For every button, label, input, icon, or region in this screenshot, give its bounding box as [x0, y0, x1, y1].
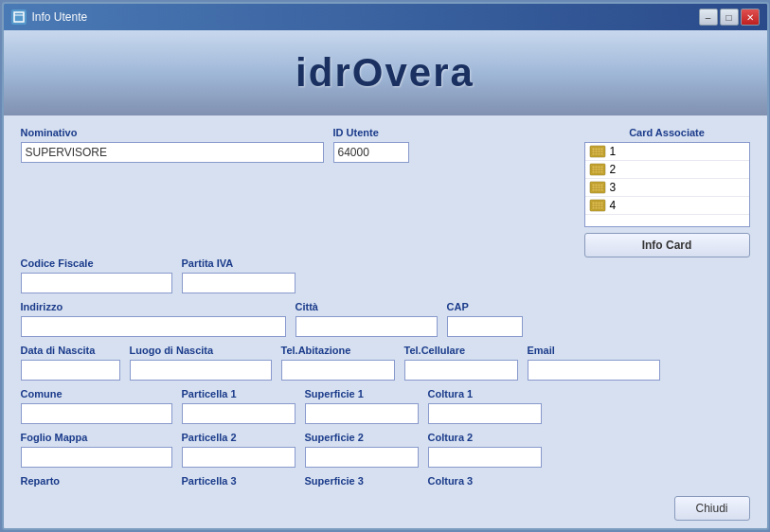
coltura3-group: Coltura 3 [428, 475, 542, 488]
citta-input[interactable] [295, 316, 438, 337]
partita-iva-input[interactable] [182, 273, 295, 293]
superficie1-label: Superficie 1 [305, 388, 419, 399]
citta-label: Città [295, 301, 438, 312]
card-item-1[interactable]: 1 [585, 143, 749, 161]
luogo-nascita-label: Luogo di Nascita [130, 345, 272, 356]
coltura3-label: Coltura 3 [428, 475, 542, 487]
chiudi-button[interactable]: Chiudi [674, 496, 750, 521]
header-area: idrOvera [4, 30, 767, 115]
coltura2-input[interactable] [428, 447, 542, 468]
cap-group: CAP [447, 301, 523, 337]
title-bar-controls: – □ ✕ [699, 9, 760, 26]
main-window: Info Utente – □ ✕ idrOvera Nominativo ID… [2, 2, 769, 530]
superficie3-group: Superficie 3 [305, 475, 419, 488]
idutente-group: ID Utente [333, 127, 409, 163]
content-area: Nominativo ID Utente Card Associate [4, 115, 767, 488]
idutente-label: ID Utente [333, 127, 409, 138]
card-item-1-label: 1 [610, 145, 617, 158]
tel-abitazione-group: Tel.Abitazione [281, 345, 395, 381]
particella1-input[interactable] [182, 403, 295, 424]
bottom-bar: Chiudi [4, 488, 767, 528]
luogo-nascita-input[interactable] [130, 360, 272, 381]
row-4: Data di Nascita Luogo di Nascita Tel.Abi… [21, 345, 750, 381]
card-item-3[interactable]: 3 [585, 179, 749, 197]
indirizzo-group: Indirizzo [21, 301, 286, 337]
indirizzo-input[interactable] [21, 316, 286, 337]
right-panel: Card Associate 1 [584, 127, 750, 257]
row-1: Nominativo ID Utente Card Associate [21, 127, 750, 257]
window-icon [11, 9, 27, 25]
tel-cellulare-input[interactable] [404, 360, 518, 381]
foglio-mappa-input[interactable] [21, 447, 172, 468]
close-button[interactable]: ✕ [741, 9, 760, 26]
row-5: Comune Particella 1 Superficie 1 Coltura… [21, 388, 750, 424]
cap-label: CAP [447, 301, 523, 312]
comune-group: Comune [21, 388, 172, 424]
reparto-label: Reparto [21, 475, 172, 487]
comune-label: Comune [21, 388, 172, 399]
particella3-group: Particella 3 [182, 475, 295, 488]
luogo-nascita-group: Luogo di Nascita [130, 345, 272, 381]
data-nascita-input[interactable] [21, 360, 120, 381]
coltura1-group: Coltura 1 [428, 388, 542, 424]
indirizzo-label: Indirizzo [21, 301, 286, 312]
foglio-mappa-label: Foglio Mappa [21, 432, 172, 443]
coltura2-label: Coltura 2 [428, 432, 542, 443]
data-nascita-group: Data di Nascita [21, 345, 120, 381]
info-card-button[interactable]: Info Card [584, 233, 750, 257]
email-group: Email [528, 345, 660, 381]
chip-icon-4 [589, 199, 606, 212]
superficie2-input[interactable] [305, 447, 419, 468]
coltura2-group: Coltura 2 [428, 432, 542, 468]
idutente-input[interactable] [333, 142, 409, 163]
card-item-4-label: 4 [610, 199, 617, 212]
superficie2-label: Superficie 2 [305, 432, 419, 443]
nominativo-label: Nominativo [21, 127, 324, 138]
tel-abitazione-label: Tel.Abitazione [281, 345, 395, 356]
row-6: Foglio Mappa Particella 2 Superficie 2 C… [21, 432, 750, 468]
minimize-button[interactable]: – [699, 9, 718, 26]
particella2-group: Particella 2 [182, 432, 295, 468]
maximize-button[interactable]: □ [720, 9, 739, 26]
partita-iva-group: Partita IVA [182, 257, 295, 293]
title-bar-text: Info Utente [32, 10, 699, 24]
tel-cellulare-group: Tel.Cellulare [404, 345, 518, 381]
card-associate-label: Card Associate [584, 127, 750, 138]
particella1-group: Particella 1 [182, 388, 295, 424]
codice-fiscale-input[interactable] [21, 273, 172, 293]
superficie1-group: Superficie 1 [305, 388, 419, 424]
row-7: Reparto Particella 3 Superficie 3 Coltur… [21, 475, 750, 488]
comune-input[interactable] [21, 403, 172, 424]
foglio-mappa-group: Foglio Mappa [21, 432, 172, 468]
coltura1-label: Coltura 1 [428, 388, 542, 399]
tel-abitazione-input[interactable] [281, 360, 395, 381]
reparto-group: Reparto [21, 475, 172, 488]
superficie2-group: Superficie 2 [305, 432, 419, 468]
particella3-label: Particella 3 [182, 475, 295, 487]
row-3: Indirizzo Città CAP [21, 301, 750, 337]
superficie1-input[interactable] [305, 403, 419, 424]
chip-icon-3 [589, 181, 606, 194]
nominativo-input[interactable] [21, 142, 324, 163]
title-bar: Info Utente – □ ✕ [4, 4, 767, 30]
card-item-4[interactable]: 4 [585, 197, 749, 215]
nominativo-group: Nominativo [21, 127, 324, 163]
superficie3-label: Superficie 3 [305, 475, 419, 487]
data-nascita-label: Data di Nascita [21, 345, 120, 356]
particella1-label: Particella 1 [182, 388, 295, 399]
chip-icon-1 [589, 145, 606, 158]
cap-input[interactable] [447, 316, 523, 337]
email-input[interactable] [528, 360, 660, 381]
codice-fiscale-label: Codice Fiscale [21, 257, 172, 269]
tel-cellulare-label: Tel.Cellulare [404, 345, 518, 356]
card-list[interactable]: 1 2 [584, 142, 750, 227]
particella2-input[interactable] [182, 447, 295, 468]
codice-fiscale-group: Codice Fiscale [21, 257, 172, 293]
app-title: idrOvera [295, 50, 475, 96]
chip-icon-2 [589, 163, 606, 176]
card-item-2-label: 2 [610, 163, 617, 176]
card-item-2[interactable]: 2 [585, 161, 749, 179]
coltura1-input[interactable] [428, 403, 542, 424]
particella2-label: Particella 2 [182, 432, 295, 443]
svg-rect-0 [14, 12, 24, 22]
